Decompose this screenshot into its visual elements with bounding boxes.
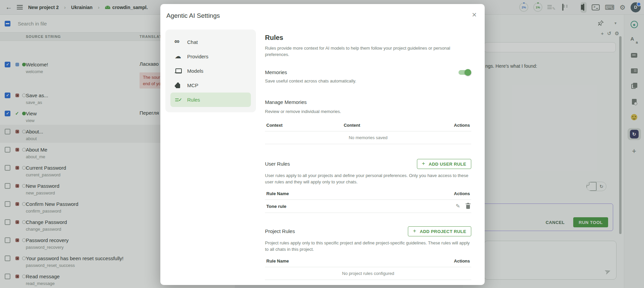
project-rules-description: Project rules apply only to this specifi… bbox=[265, 240, 471, 252]
rules-description: Rules provide more context for AI models… bbox=[265, 45, 471, 58]
nav-item-icon bbox=[174, 82, 182, 89]
nav-item-icon bbox=[174, 39, 182, 46]
nav-item-label: Models bbox=[187, 68, 203, 74]
settings-nav-item[interactable]: Models bbox=[170, 64, 251, 78]
screen: ← New project 2 › Ukrainian › crowdin_sa… bbox=[0, 0, 644, 288]
nav-item-icon bbox=[174, 67, 182, 75]
rules-heading: Rules bbox=[265, 34, 471, 42]
memories-heading: Memories bbox=[265, 69, 356, 76]
nav-item-label: MCP bbox=[187, 82, 198, 88]
close-icon[interactable]: × bbox=[472, 11, 477, 19]
plus-icon: + bbox=[413, 228, 416, 234]
project-rules-heading: Project Rules bbox=[265, 228, 295, 235]
rules-content: Rules Rules provide more context for AI … bbox=[265, 34, 471, 280]
memories-description: Save useful context across chats automat… bbox=[265, 78, 356, 84]
user-rules-col-name: Rule Name bbox=[266, 191, 289, 196]
delete-rule-icon[interactable] bbox=[466, 205, 470, 209]
modal-title: Agentic AI Settings bbox=[166, 12, 220, 19]
settings-nav-item[interactable]: Chat bbox=[170, 35, 251, 49]
nav-item-icon bbox=[174, 96, 182, 104]
memories-toggle[interactable] bbox=[459, 70, 471, 75]
nav-item-label: Chat bbox=[187, 39, 198, 45]
edit-rule-icon[interactable]: ✎ bbox=[456, 204, 460, 209]
project-rules-empty-text: No project rules configured bbox=[265, 267, 471, 280]
settings-nav-item[interactable]: Rules bbox=[170, 93, 251, 107]
memories-table: Context Content Actions No memories save… bbox=[265, 121, 471, 144]
plus-icon: + bbox=[422, 160, 425, 167]
settings-nav: Chat Providers Models MCP bbox=[165, 30, 256, 112]
user-rules-description: User rules apply to all your projects an… bbox=[265, 172, 471, 185]
agentic-ai-settings-modal: Agentic AI Settings × Chat Providers Mod… bbox=[160, 4, 485, 285]
memories-col-context: Context bbox=[266, 123, 344, 128]
memories-empty-text: No memories saved bbox=[265, 131, 471, 144]
user-rule-row: Tone rule ✎ bbox=[265, 200, 471, 213]
manage-memories-description: Review or remove individual memories. bbox=[265, 108, 471, 115]
memories-col-content: Content bbox=[344, 123, 429, 128]
project-rules-table: Rule Name Actions No project rules confi… bbox=[265, 256, 471, 280]
user-rules-col-actions: Actions bbox=[454, 191, 470, 196]
manage-memories-heading: Manage Memories bbox=[265, 99, 471, 106]
settings-nav-item[interactable]: Providers bbox=[170, 49, 251, 64]
user-rules-table: Rule Name Actions Tone rule ✎ bbox=[265, 189, 471, 213]
user-rules-heading: User Rules bbox=[265, 161, 290, 167]
nav-item-label: Rules bbox=[187, 97, 200, 103]
nav-item-label: Providers bbox=[187, 54, 208, 59]
add-user-rule-button[interactable]: + ADD USER RULE bbox=[417, 159, 471, 169]
project-rules-col-actions: Actions bbox=[454, 258, 470, 264]
project-rules-col-name: Rule Name bbox=[266, 258, 289, 264]
settings-nav-item[interactable]: MCP bbox=[170, 78, 251, 93]
nav-item-icon bbox=[174, 53, 182, 60]
add-project-rule-button[interactable]: + ADD PROJECT RULE bbox=[408, 226, 471, 236]
rule-name: Tone rule bbox=[266, 204, 286, 209]
memories-col-actions: Actions bbox=[429, 123, 470, 128]
